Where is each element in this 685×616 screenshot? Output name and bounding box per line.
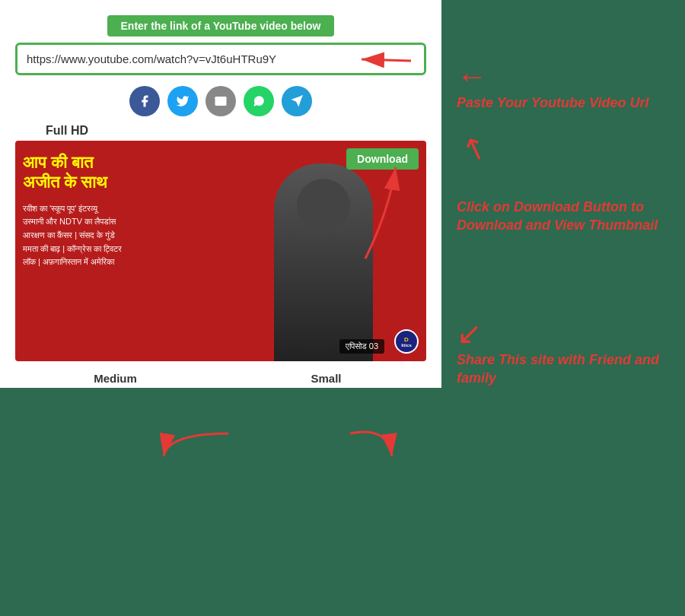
twitter-icon[interactable] <box>167 86 198 116</box>
facebook-icon[interactable] <box>129 86 160 116</box>
fullhd-label: Full HD <box>46 124 88 137</box>
right-panel: ← Paste Your Youtube Video Url ↖ Click o… <box>441 0 685 616</box>
left-panel: Enter the link of a YouTube video below <box>0 0 441 388</box>
medium-col: Medium Download आप की बातअजीत के साथ रवी… <box>15 372 215 388</box>
tip1-title: Paste Your Youtube Video Url <box>457 94 670 112</box>
whatsapp-icon[interactable] <box>244 86 274 116</box>
svg-marker-1 <box>292 96 303 107</box>
telegram-icon[interactable] <box>282 86 312 116</box>
url-label: Enter the link of a YouTube video below <box>107 15 335 37</box>
download-full-button[interactable]: Download <box>346 148 419 170</box>
episode-badge-full: एपिसोड 03 <box>339 339 384 354</box>
url-input[interactable] <box>27 52 415 65</box>
small-col: Small Download आप की बातअजीत के साथ रवीश… <box>226 372 426 388</box>
url-input-wrapper[interactable] <box>15 43 426 75</box>
tip3-title: Share This site with Friend and family <box>457 351 670 387</box>
hindi-title-full: आप की बातअजीत के साथ <box>23 153 234 193</box>
hindi-list-full: रवीश का 'स्कूप पूप' इंटरव्यू उस्मानी और … <box>23 202 234 269</box>
thumbnail-row: Medium Download आप की बातअजीत के साथ रवी… <box>15 372 426 388</box>
hindi-overlay-full: आप की बातअजीत के साथ रवीश का 'स्कूप पूप'… <box>15 141 241 361</box>
medium-label: Medium <box>15 372 215 385</box>
tip2-block: ↖ Click on Download Button to Download a… <box>457 165 670 234</box>
email-icon[interactable] <box>206 86 236 116</box>
small-label: Small <box>226 372 426 385</box>
social-row <box>129 86 312 116</box>
tip3-block: ↙ Share This site with Friend and family <box>457 318 670 387</box>
tip1-block: ← Paste Your Youtube Video Url <box>457 61 670 112</box>
channel-badge-full: D litics <box>394 329 419 354</box>
thumbnail-full: Download आप की बातअजीत के साथ रवीश का 'स… <box>15 141 426 361</box>
